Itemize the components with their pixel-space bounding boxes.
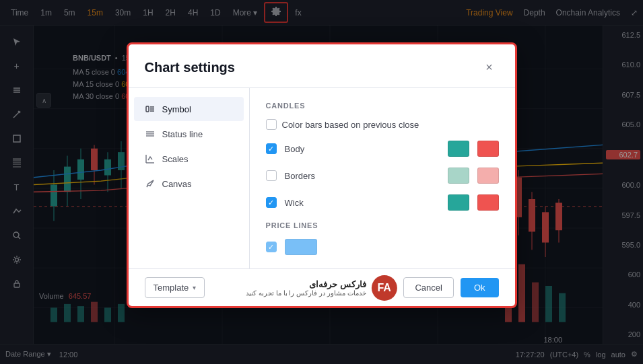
- dialog-close-button[interactable]: ×: [480, 58, 499, 77]
- template-button[interactable]: Template ▾: [145, 277, 205, 298]
- fa-logo: FA: [372, 275, 397, 301]
- nav-item-symbol[interactable]: Symbol: [134, 97, 244, 121]
- canvas-icon: [145, 178, 156, 189]
- dialog-title: Chart settings: [145, 60, 235, 75]
- color-bars-checkbox-wrap[interactable]: Color bars based on previous close: [266, 119, 419, 130]
- dialog-footer: Template ▾ فارکس حرفه‌ای خدمات مشاور در …: [129, 268, 515, 306]
- color-bars-checkbox[interactable]: [266, 119, 277, 130]
- candles-section-label: CANDLES: [266, 102, 499, 110]
- body-bear-color[interactable]: [477, 141, 499, 157]
- dialog-body: Symbol Status line Scales: [129, 88, 515, 268]
- persian-watermark: فارکس حرفه‌ای خدمات مشاور در فارکس را با…: [246, 275, 397, 301]
- borders-bull-color[interactable]: [448, 168, 469, 184]
- price-lines-partial-row: [266, 239, 499, 255]
- body-row: Body: [266, 141, 499, 157]
- color-bars-row: Color bars based on previous close: [266, 119, 499, 130]
- price-line-color[interactable]: [285, 239, 317, 255]
- body-bull-color[interactable]: [448, 141, 469, 157]
- dialog-content: CANDLES Color bars based on previous clo…: [250, 88, 515, 268]
- price-line-checkbox[interactable]: [266, 242, 277, 252]
- nav-status-label: Status line: [162, 129, 203, 139]
- nav-canvas-label: Canvas: [162, 179, 192, 189]
- svg-rect-68: [146, 106, 149, 112]
- template-label: Template: [154, 283, 189, 293]
- persian-brand-text: فارکس حرفه‌ای: [246, 279, 366, 289]
- price-lines-label: PRICE LINES: [266, 221, 499, 229]
- borders-checkbox[interactable]: [266, 170, 277, 181]
- template-chevron-icon: ▾: [193, 284, 196, 291]
- scales-icon: [145, 153, 156, 164]
- footer-right: Cancel Ok: [403, 277, 498, 298]
- wick-bull-color[interactable]: [448, 194, 469, 211]
- wick-bear-color[interactable]: [477, 194, 499, 211]
- wick-row: Wick: [266, 194, 499, 211]
- status-line-icon: [145, 129, 156, 139]
- nav-scales-label: Scales: [162, 154, 189, 164]
- nav-item-status-line[interactable]: Status line: [134, 122, 244, 146]
- wick-checkbox[interactable]: [266, 197, 277, 208]
- body-label: Body: [285, 144, 440, 154]
- ok-button[interactable]: Ok: [461, 278, 499, 297]
- nav-item-scales[interactable]: Scales: [134, 147, 244, 171]
- body-checkbox[interactable]: [266, 143, 277, 154]
- wick-label: Wick: [285, 198, 440, 208]
- nav-item-canvas[interactable]: Canvas: [134, 172, 244, 196]
- borders-row: Borders: [266, 168, 499, 184]
- cancel-button[interactable]: Cancel: [403, 277, 453, 298]
- symbol-icon: [145, 104, 156, 114]
- dialog-header: Chart settings ×: [129, 44, 515, 88]
- price-lines-section: PRICE LINES: [266, 221, 499, 255]
- borders-bear-color[interactable]: [477, 168, 499, 184]
- chart-settings-dialog: Chart settings × Symbol: [127, 42, 517, 308]
- persian-sub-text: خدمات مشاور در فارکس را با ما تجربه کنید: [246, 289, 366, 297]
- dialog-nav: Symbol Status line Scales: [129, 88, 250, 268]
- color-bars-label: Color bars based on previous close: [282, 120, 419, 130]
- modal-overlay: Chart settings × Symbol: [0, 0, 643, 364]
- borders-label: Borders: [285, 171, 440, 181]
- nav-symbol-label: Symbol: [162, 104, 191, 114]
